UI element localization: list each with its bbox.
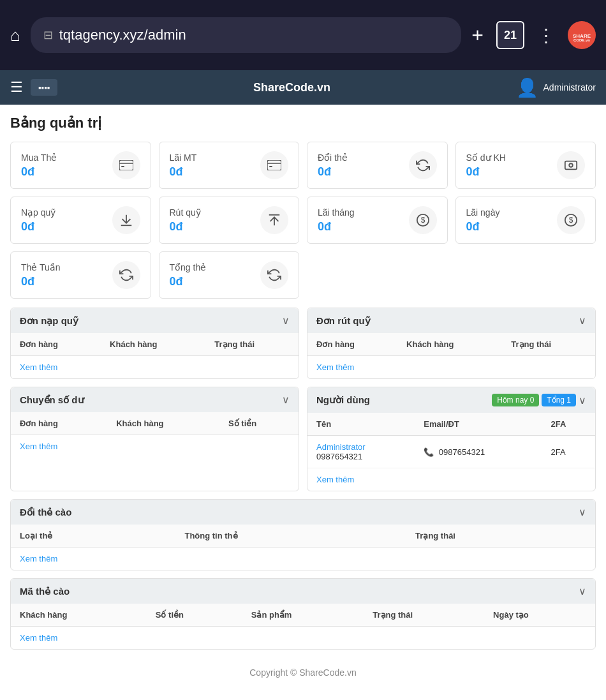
panel-header-doi-the-cao: Đổi thẻ cào ∨ [11,500,595,525]
stat-icon-so-du-kh [557,151,585,179]
stat-value-the-tuan: 0đ [21,275,61,288]
see-more-chuyen-so-du[interactable]: Xem thêm [11,435,299,458]
col-khach-hang-rut: Khách hàng [397,333,502,356]
svg-rect-3 [119,160,133,170]
panel-title-don-nap-quy: Đơn nạp quỹ [20,315,78,327]
table-don-nap-quy: Đơn hàng Khách hàng Trạng thái [11,333,299,356]
user-name-cell: Administrator 0987654321 [307,436,415,468]
tab-count[interactable]: 21 [496,21,524,49]
col-san-pham-mtc: Sản phẩm [242,604,364,627]
see-more-doi-the-cao[interactable]: Xem thêm [11,547,595,570]
see-more-don-nap-quy[interactable]: Xem thêm [11,356,299,378]
sharecode-logo: SHARE CODE.vn [568,21,596,49]
stat-label-doi-the: Đổi thẻ [318,153,348,163]
svg-rect-6 [267,160,281,170]
user-link[interactable]: Administrator [316,442,406,452]
panel-title-nguoi-dung: Người dùng [316,394,370,406]
table-don-rut-quy: Đơn hàng Khách hàng Trạng thái [307,333,595,356]
stat-card-the-tuan: Thẻ Tuần 0đ [10,251,151,299]
table-doi-the-cao: Loại thẻ Thông tin thẻ Trạng thái [11,525,595,547]
browser-home-button[interactable]: ⌂ [10,26,20,45]
panel-title-don-rut-quy: Đơn rút quỹ [316,315,371,327]
svg-point-10 [569,163,573,167]
logo-area: ▪▪▪▪ [31,79,57,96]
stat-info-lai-ngay: Lãi ngày 0đ [466,207,500,234]
panel-nguoi-dung: Người dùng Hôm nay 0 Tổng 1 ∨ Tên Email/… [307,387,596,491]
table-nguoi-dung: Tên Email/ĐT 2FA Administrator 098765432… [307,413,595,468]
chevron-doi-the-cao[interactable]: ∨ [579,506,586,518]
stats-grid-row3: Thẻ Tuần 0đ Tổng thẻ 0đ [10,251,596,299]
panel-chuyen-so-du: Chuyển số dư ∨ Đơn hàng Khách hàng Số ti… [10,387,299,491]
stat-icon-the-tuan [112,261,140,289]
stat-label-lai-mt: Lãi MT [170,153,197,163]
stat-card-lai-ngay: Lãi ngày 0đ $ [455,197,596,244]
stat-value-tong-the: 0đ [170,275,207,288]
address-bar[interactable]: ⊟ tqtagency.xyz/admin [31,17,462,53]
col-ngay-tao-mtc: Ngày tạo [484,604,595,627]
panel-header-nguoi-dung: Người dùng Hôm nay 0 Tổng 1 ∨ [307,387,595,413]
col-don-hang-rut: Đơn hàng [307,333,397,356]
stat-value-lai-mt: 0đ [170,165,197,179]
panels-row-2: Chuyển số dư ∨ Đơn hàng Khách hàng Số ti… [10,387,596,491]
chevron-nguoi-dung[interactable]: ∨ [579,394,586,406]
stat-info-the-tuan: Thẻ Tuần 0đ [21,262,61,288]
panel-header-don-nap-quy: Đơn nạp quỹ ∨ [11,308,299,333]
stat-icon-mua-the [112,151,140,179]
see-more-ma-the-cao[interactable]: Xem thêm [11,627,595,649]
col-khach-hang-nap: Khách hàng [101,333,205,356]
stat-info-nap-quy: Nạp quỹ 0đ [21,207,55,234]
col-email-dt: Email/ĐT [415,413,542,436]
panel-don-rut-quy: Đơn rút quỹ ∨ Đơn hàng Khách hàng Trạng … [307,308,596,379]
hamburger-menu[interactable]: ☰ [10,79,23,96]
col-ten: Tên [307,413,415,436]
col-trang-thai-dtc: Trạng thái [406,525,595,547]
panel-header-ma-the-cao: Mã thẻ cào ∨ [11,579,595,604]
user-2fa-cell: 2FA [542,436,595,468]
see-more-don-rut-quy[interactable]: Xem thêm [307,356,595,378]
chevron-don-nap-quy[interactable]: ∨ [282,315,290,327]
stat-icon-lai-ngay: $ [557,206,585,234]
stat-info-so-du-kh: Số dư KH 0đ [466,153,506,179]
chevron-chuyen-so-du[interactable]: ∨ [282,394,290,406]
stat-card-lai-thang: Lãi tháng 0đ $ [307,197,448,244]
see-more-nguoi-dung[interactable]: Xem thêm [307,468,595,491]
col-trang-thai-nap: Trạng thái [205,333,299,356]
stat-value-so-du-kh: 0đ [466,165,506,179]
stat-card-tong-the: Tổng thẻ 0đ [159,251,300,299]
stat-value-lai-thang: 0đ [318,220,355,234]
chevron-don-rut-quy[interactable]: ∨ [579,315,586,327]
user-avatar-icon: 👤 [516,77,538,98]
stat-label-mua-the: Mua Thẻ [21,153,57,163]
stats-grid-row2: Nạp quỹ 0đ Rút quỹ 0đ Lãi tháng 0đ $ [10,197,596,244]
main-content: Bảng quản trị Mua Thẻ 0đ Lãi MT 0đ Đổi t… [0,105,606,700]
chevron-ma-the-cao[interactable]: ∨ [579,585,586,597]
badge-today: Hôm nay 0 [492,394,539,406]
svg-rect-9 [565,161,577,170]
col-loai-the: Loại thẻ [11,525,175,547]
stat-info-doi-the: Đổi thẻ 0đ [318,153,348,179]
user-name: Administrator [543,82,596,93]
panel-title-ma-the-cao: Mã thẻ cào [20,586,70,597]
stat-icon-lai-mt [260,151,288,179]
col-2fa: 2FA [542,413,595,436]
site-title: ShareCode.vn [68,81,515,94]
more-menu-button[interactable]: ⋮ [537,25,555,46]
stat-label-nap-quy: Nạp quỹ [21,207,55,218]
stat-value-lai-ngay: 0đ [466,220,500,234]
stat-icon-rut-quy [260,206,288,234]
stat-info-lai-mt: Lãi MT 0đ [170,153,197,179]
col-so-tien-csd: Số tiền [219,412,299,435]
badge-total: Tổng 1 [542,394,576,406]
add-tab-button[interactable]: + [471,24,484,47]
user-area: 👤 Administrator [516,77,596,98]
stat-label-rut-quy: Rút quỹ [170,207,201,218]
address-icon: ⊟ [43,28,53,42]
col-trang-thai-rut: Trạng thái [502,333,595,356]
svg-text:$: $ [569,216,573,225]
svg-text:$: $ [420,216,425,225]
panel-badges-nguoi-dung: Hôm nay 0 Tổng 1 ∨ [492,394,586,406]
stat-icon-lai-thang: $ [409,206,437,234]
stat-card-mua-the: Mua Thẻ 0đ [10,142,151,189]
panel-title-chuyen-so-du: Chuyển số dư [20,394,84,406]
page-title: Bảng quản trị [10,115,596,131]
